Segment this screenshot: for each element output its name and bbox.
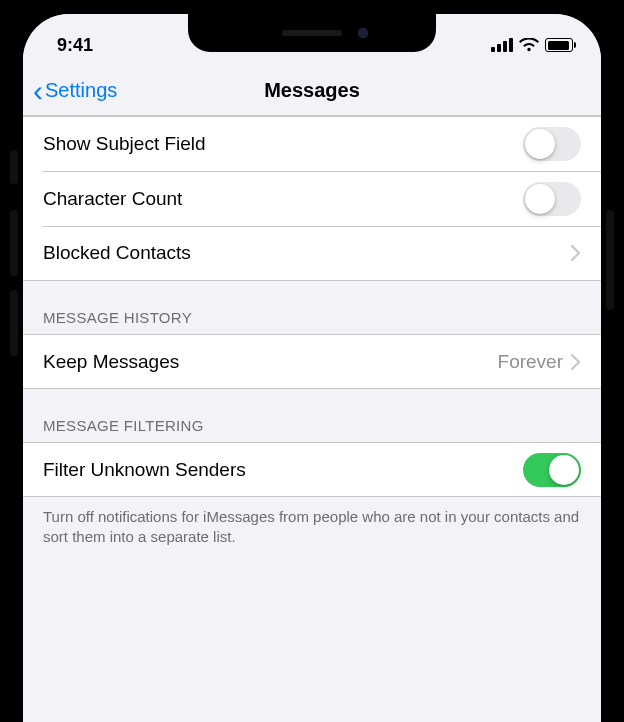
toggle-character-count[interactable]	[523, 182, 581, 216]
content: Show Subject Field Character Count Block…	[23, 116, 601, 722]
toggle-filter-unknown-senders[interactable]	[523, 453, 581, 487]
page-title: Messages	[264, 79, 360, 102]
back-label: Settings	[45, 79, 117, 102]
row-keep-messages[interactable]: Keep Messages Forever	[23, 334, 601, 389]
wifi-icon	[519, 38, 539, 52]
status-time: 9:41	[57, 35, 93, 56]
row-label: Character Count	[43, 188, 523, 210]
row-label: Show Subject Field	[43, 133, 523, 155]
row-label: Keep Messages	[43, 351, 498, 373]
screen: 9:41 ‹ Settings Messages Show Subject Fi…	[23, 14, 601, 722]
phone-frame: 9:41 ‹ Settings Messages Show Subject Fi…	[0, 0, 624, 722]
battery-icon	[545, 38, 573, 52]
row-blocked-contacts[interactable]: Blocked Contacts	[23, 226, 601, 281]
mute-switch	[10, 150, 18, 184]
section-header-history: Message History	[23, 281, 601, 334]
row-label: Filter Unknown Senders	[43, 459, 523, 481]
row-filter-unknown-senders[interactable]: Filter Unknown Senders	[23, 442, 601, 497]
row-character-count[interactable]: Character Count	[23, 171, 601, 226]
chevron-right-icon	[571, 245, 581, 261]
front-camera	[358, 28, 368, 38]
volume-down-button	[10, 290, 18, 356]
row-label: Blocked Contacts	[43, 242, 571, 264]
row-value: Forever	[498, 351, 563, 373]
nav-bar: ‹ Settings Messages	[23, 66, 601, 116]
power-button	[606, 210, 614, 310]
cellular-icon	[491, 38, 513, 52]
row-show-subject-field[interactable]: Show Subject Field	[23, 116, 601, 171]
toggle-show-subject-field[interactable]	[523, 127, 581, 161]
back-button[interactable]: ‹ Settings	[23, 76, 117, 106]
speaker-grill	[282, 30, 342, 36]
chevron-right-icon	[571, 354, 581, 370]
notch	[188, 14, 436, 52]
section-footer-filtering: Turn off notifications for iMessages fro…	[23, 497, 601, 566]
volume-up-button	[10, 210, 18, 276]
chevron-left-icon: ‹	[33, 76, 43, 106]
status-right	[491, 38, 573, 52]
section-header-filtering: Message Filtering	[23, 389, 601, 442]
